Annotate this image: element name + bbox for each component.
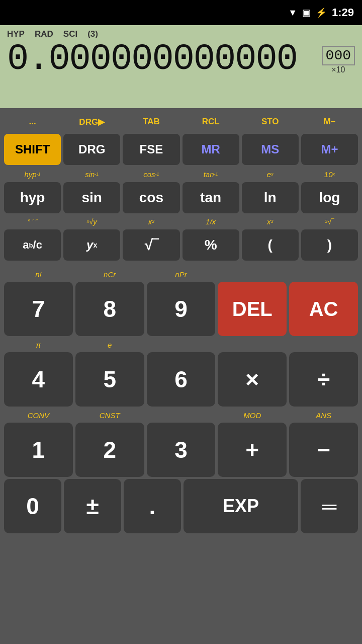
empty6 <box>147 409 216 422</box>
deg-label: ° ′ ″ <box>4 214 61 228</box>
trig-row: hyp sin cos tan ln log <box>4 182 358 213</box>
plus-button[interactable]: + <box>218 423 287 477</box>
multiply-button[interactable]: × <box>218 352 287 407</box>
nfact-label: n! <box>4 268 73 281</box>
mod-label: MOD <box>218 409 287 422</box>
empty5 <box>289 338 358 351</box>
tan-button[interactable]: tan <box>183 182 239 213</box>
close-paren-button[interactable]: ) <box>301 229 358 261</box>
power-label-row: ° ′ ″ x√y x2 1/x x3 3√‾ <box>4 214 358 228</box>
conv-label: CONV <box>4 409 73 422</box>
menu-button[interactable]: ... <box>4 111 61 132</box>
sqrt-button[interactable]: √‾ <box>123 229 179 261</box>
equals-button[interactable]: ═ <box>301 479 358 533</box>
top-label-row: ... DRG▶ TAB RCL STO M− <box>4 111 358 132</box>
calculator-display: HYP RAD SCI (3) 0.000000000000 000 ×10 <box>0 25 362 108</box>
cos-inv-label: cos-1 <box>123 167 179 181</box>
status-bar: ▼ ▣ ⚡ 1:29 <box>0 0 362 25</box>
e-label: e <box>75 338 144 351</box>
btn-9[interactable]: 9 <box>147 282 216 336</box>
calculator-body: ... DRG▶ TAB RCL STO M− SHIFT DRG FSE MR… <box>0 108 362 538</box>
empty3 <box>147 338 216 351</box>
display-indicators: HYP RAD SCI (3) <box>7 29 355 39</box>
hyp-button[interactable]: hyp <box>4 182 61 213</box>
btn-8[interactable]: 8 <box>75 282 144 336</box>
m-plus-button[interactable]: M+ <box>301 134 358 165</box>
decimal-button[interactable]: . <box>124 479 181 533</box>
yx-button[interactable]: yx <box>63 229 120 261</box>
cos-button[interactable]: cos <box>123 182 179 213</box>
tan-inv-label: tan-1 <box>183 167 239 181</box>
btn-4[interactable]: 4 <box>4 352 73 407</box>
empty2 <box>289 268 358 281</box>
pi-label: π <box>4 338 73 351</box>
ncr-label: nCr <box>75 268 144 281</box>
pi-e-label-row: π e <box>4 338 358 351</box>
btn-3[interactable]: 3 <box>147 423 216 477</box>
display-main: 0.000000000000 000 ×10 <box>7 41 355 77</box>
empty4 <box>218 338 287 351</box>
btn-1[interactable]: 1 <box>4 423 73 477</box>
10x-label: 10x <box>301 167 358 181</box>
mixed-num-button[interactable]: ab/c <box>4 229 61 261</box>
log-button[interactable]: log <box>301 182 358 213</box>
exp-digits: 000 <box>322 46 355 65</box>
display-exponent: 000 ×10 <box>322 46 355 74</box>
sign-button[interactable]: ± <box>64 479 121 533</box>
x3-label: x3 <box>242 214 299 228</box>
drg-button[interactable]: DRG <box>63 134 120 165</box>
percent-button[interactable]: % <box>183 229 239 261</box>
hyp-inv-label: hyp-1 <box>4 167 61 181</box>
row-789: 7 8 9 DEL AC <box>4 282 358 336</box>
divide-button[interactable]: ÷ <box>289 352 358 407</box>
inverse-label-row: hyp-1 sin-1 cos-1 tan-1 ex 10x <box>4 167 358 181</box>
minus-button[interactable]: − <box>289 423 358 477</box>
x2-label: x2 <box>123 214 179 228</box>
btn-7[interactable]: 7 <box>4 282 73 336</box>
fse-button[interactable]: FSE <box>123 134 179 165</box>
hyp-indicator: HYP <box>7 29 25 39</box>
xrooty-label: x√y <box>63 214 120 228</box>
empty1 <box>218 268 287 281</box>
paren-indicator: (3) <box>87 29 98 39</box>
combinatorics-label-row: n! nCr nPr <box>4 268 358 281</box>
cbrt-label: 3√‾ <box>301 214 358 228</box>
power-row: ab/c yx √‾ % ( ) <box>4 229 358 261</box>
ans-label: ANS <box>289 409 358 422</box>
battery-icon: ⚡ <box>316 7 327 18</box>
btn-2[interactable]: 2 <box>75 423 144 477</box>
row-0: 0 ± . EXP ═ <box>4 479 358 533</box>
ln-button[interactable]: ln <box>242 182 299 213</box>
sin-button[interactable]: sin <box>63 182 120 213</box>
cnst-label: CNST <box>75 409 144 422</box>
drg-arrow-button[interactable]: DRG▶ <box>63 111 120 132</box>
btn-0[interactable]: 0 <box>4 479 61 533</box>
btn-5[interactable]: 5 <box>75 352 144 407</box>
clock: 1:29 <box>332 6 354 19</box>
shift-button[interactable]: SHIFT <box>4 134 61 165</box>
ex-label: ex <box>242 167 299 181</box>
del-button[interactable]: DEL <box>218 282 287 336</box>
rad-indicator: RAD <box>35 29 53 39</box>
sci-indicator: SCI <box>63 29 77 39</box>
exp-label: ×10 <box>331 65 345 74</box>
btn-6[interactable]: 6 <box>147 352 216 407</box>
shift-row: SHIFT DRG FSE MR MS M+ <box>4 134 358 165</box>
sto-button[interactable]: STO <box>242 111 299 132</box>
ms-button[interactable]: MS <box>242 134 299 165</box>
sin-inv-label: sin-1 <box>63 167 120 181</box>
mr-button[interactable]: MR <box>183 134 239 165</box>
m-minus-button[interactable]: M− <box>301 111 358 132</box>
inv-x-label: 1/x <box>183 214 239 228</box>
conv-label-row: CONV CNST MOD ANS <box>4 409 358 422</box>
tab-button[interactable]: TAB <box>123 111 179 132</box>
rcl-button[interactable]: RCL <box>183 111 239 132</box>
exp-button[interactable]: EXP <box>184 479 298 533</box>
row-456: 4 5 6 × ÷ <box>4 352 358 407</box>
signal-icon: ▣ <box>302 7 311 18</box>
open-paren-button[interactable]: ( <box>242 229 299 261</box>
ac-button[interactable]: AC <box>289 282 358 336</box>
wifi-icon: ▼ <box>288 8 297 18</box>
row-123: 1 2 3 + − <box>4 423 358 477</box>
display-number: 0.000000000000 <box>7 41 297 77</box>
